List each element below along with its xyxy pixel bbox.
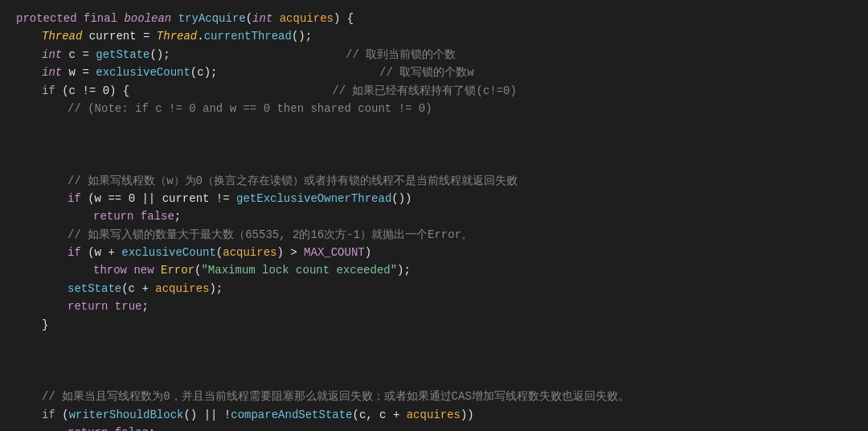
param-acquires: acquires (280, 10, 334, 27)
keyword-false1: false (141, 207, 174, 225)
comment-exclusiveCount: // 取写锁的个数w (379, 64, 474, 81)
method-setState: setState (68, 280, 121, 298)
method-getState: getState (96, 46, 149, 64)
comment-getState: // 取到当前锁的个数 (346, 46, 456, 64)
class-Thread-static: Thread (157, 27, 197, 45)
code-line-7 (16, 117, 852, 171)
method-exclusiveCount2: exclusiveCount (121, 244, 216, 261)
code-line-4: int w = exclusiveCount (c); // 取写锁的个数w (16, 64, 852, 81)
code-line-13: throw new Error ( "Maximum lock count ex… (16, 261, 852, 279)
keyword-int-param: int (252, 10, 272, 27)
param-acquires2: acquires (223, 244, 276, 261)
code-line-16: } (16, 316, 852, 334)
code-line-3: int c = getState (); // 取到当前锁的个数 (16, 46, 852, 64)
code-line-15: return true ; (16, 298, 852, 315)
keyword-if-c: if (42, 82, 55, 100)
code-line-20: return false ; (16, 424, 852, 431)
code-line-8: // 如果写线程数（w）为0（换言之存在读锁）或者持有锁的线程不是当前线程就返回… (16, 172, 852, 190)
method-exclusiveCount-w: exclusiveCount (96, 64, 190, 81)
code-line-12: if (w + exclusiveCount ( acquires ) > MA… (16, 244, 852, 261)
comment-writer-block: // 如果当且写线程数为0，并且当前线程需要阻塞那么就返回失败；或者如果通过CA… (42, 388, 629, 405)
string-error-msg: "Maximum lock count exceeded" (201, 261, 397, 279)
method-tryAcquire: tryAcquire (178, 10, 246, 27)
const-MAX_COUNT: MAX_COUNT (304, 244, 365, 261)
keyword-protected: protected (16, 10, 77, 27)
keyword-return-false1: return (93, 207, 133, 225)
comment-write-thread: // 如果写线程数（w）为0（换言之存在读锁）或者持有锁的线程不是当前线程就返回… (68, 172, 518, 190)
code-line-2: Thread current = Thread . currentThread … (16, 27, 852, 45)
code-line-11: // 如果写入锁的数量大于最大数（65535, 2的16次方-1）就抛出一个Er… (16, 226, 852, 244)
keyword-if-w: if (68, 190, 81, 207)
method-writerShouldBlock: writerShouldBlock (69, 406, 184, 424)
keyword-final: final (84, 10, 117, 27)
keyword-if-writer: if (42, 406, 55, 424)
param-acquires3: acquires (155, 280, 209, 298)
code-line-6: // (Note: if c != 0 and w == 0 then shar… (16, 100, 852, 117)
code-line-9: if (w == 0 || current != getExclusiveOwn… (16, 190, 852, 207)
keyword-return-false2: return (68, 424, 108, 431)
keyword-return-true1: return (68, 298, 108, 315)
keyword-if-w2: if (68, 244, 81, 261)
keyword-true1: true (115, 298, 142, 315)
keyword-int-w: int (42, 64, 62, 81)
code-line-18: // 如果当且写线程数为0，并且当前线程需要阻塞那么就返回失败；或者如果通过CA… (16, 388, 852, 405)
comment-if-c: // 如果已经有线程持有了锁(c!=0) (332, 82, 517, 100)
method-currentThread: currentThread (204, 27, 292, 45)
code-line-5: if (c != 0) { // 如果已经有线程持有了锁(c!=0) (16, 82, 852, 100)
class-Error: Error (161, 261, 194, 279)
keyword-false2: false (115, 424, 149, 431)
code-line-14: setState (c + acquires ); (16, 280, 852, 298)
code-line-17 (16, 334, 852, 388)
keyword-int-c: int (42, 46, 62, 64)
comment-max-count: // 如果写入锁的数量大于最大数（65535, 2的16次方-1）就抛出一个Er… (68, 226, 473, 244)
code-block: protected final boolean tryAcquire ( int… (0, 0, 868, 431)
method-compareAndSetState: compareAndSetState (231, 406, 352, 424)
keyword-new: new (133, 261, 154, 279)
class-Thread: Thread (42, 27, 82, 45)
comment-note: // (Note: if c != 0 and w == 0 then shar… (68, 100, 432, 117)
keyword-boolean: boolean (124, 10, 171, 27)
code-line-19: if ( writerShouldBlock () || ! compareAn… (16, 406, 852, 424)
code-line-1: protected final boolean tryAcquire ( int… (16, 10, 852, 27)
keyword-throw: throw (93, 261, 127, 279)
code-line-10: return false ; (16, 207, 852, 225)
method-getExclusiveOwnerThread: getExclusiveOwnerThread (236, 190, 391, 207)
param-acquires4: acquires (407, 406, 461, 424)
